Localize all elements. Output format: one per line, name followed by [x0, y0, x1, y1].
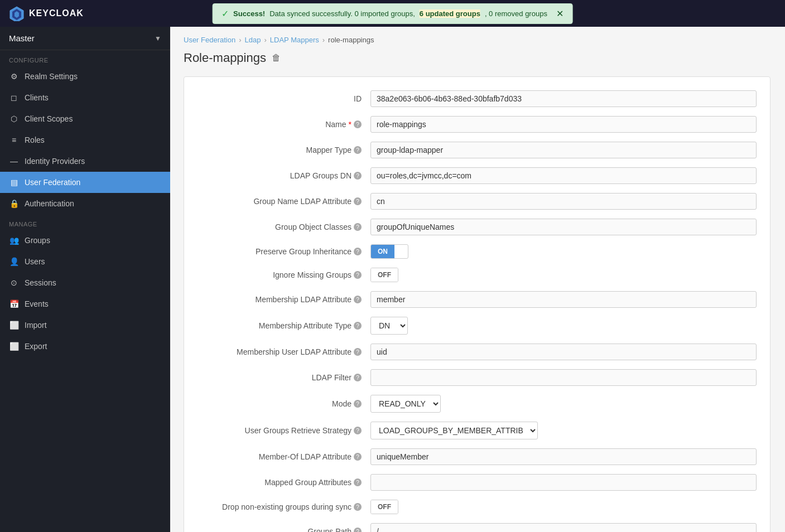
mapper-type-label: Mapper Type ? [198, 146, 370, 154]
mapped-group-attr-input[interactable] [370, 474, 757, 491]
mapper-type-help-icon[interactable]: ? [354, 146, 362, 154]
membership-attr-type-select[interactable]: DN UID [370, 317, 408, 335]
user-federation-icon: ▤ [9, 177, 19, 187]
banner-message-end: , 0 removed groups [485, 9, 547, 18]
realm-dropdown-arrow: ▼ [155, 35, 161, 42]
member-of-ldap-attr-help-icon[interactable]: ? [354, 453, 362, 461]
sidebar-item-label: Export [25, 342, 47, 351]
membership-ldap-attr-help-icon[interactable]: ? [354, 296, 362, 303]
preserve-group-inheritance-label: Preserve Group Inheritance ? [198, 247, 370, 256]
sidebar-item-user-federation[interactable]: ▤ User Federation [0, 172, 170, 193]
user-groups-retrieve-strategy-control: LOAD_GROUPS_BY_MEMBER_ATTRIBUTE GET_GROU… [370, 422, 757, 439]
user-groups-retrieve-strategy-select[interactable]: LOAD_GROUPS_BY_MEMBER_ATTRIBUTE GET_GROU… [370, 422, 538, 439]
toggle-off-label: OFF [371, 500, 398, 514]
preserve-group-inheritance-toggle[interactable]: ON [370, 244, 408, 259]
ldap-groups-dn-row: LDAP Groups DN ? [198, 167, 757, 184]
membership-ldap-attr-input[interactable] [370, 291, 757, 308]
mapped-group-attr-help-icon[interactable]: ? [354, 478, 362, 486]
sidebar-item-export[interactable]: ⬜ Export [0, 336, 170, 357]
ignore-missing-groups-control: OFF [370, 268, 757, 282]
membership-user-ldap-attr-input[interactable] [370, 344, 757, 360]
sidebar-item-import[interactable]: ⬜ Import [0, 315, 170, 336]
mode-control: READ_ONLY LDAP_ONLY IMPORT [370, 395, 757, 413]
close-banner-button[interactable]: ✕ [556, 8, 564, 19]
clients-icon: ◻ [9, 93, 19, 103]
preserve-group-inheritance-row: Preserve Group Inheritance ? ON [198, 244, 757, 259]
banner-message-start: Data synced successfully. 0 imported gro… [269, 9, 415, 18]
delete-icon[interactable]: 🗑 [272, 53, 281, 63]
ldap-filter-help-icon[interactable]: ? [354, 374, 362, 381]
membership-attr-type-help-icon[interactable]: ? [354, 322, 362, 330]
banner-highlighted: 6 updated groups [420, 9, 480, 18]
breadcrumb-current: role-mappings [328, 36, 374, 44]
group-name-ldap-attr-control [370, 193, 757, 210]
mode-help-icon[interactable]: ? [354, 400, 362, 408]
ignore-missing-groups-help-icon[interactable]: ? [354, 271, 362, 279]
name-required: * [349, 120, 351, 129]
groups-path-help-icon[interactable]: ? [354, 528, 362, 532]
group-object-classes-help-icon[interactable]: ? [354, 223, 362, 231]
group-name-ldap-attr-input[interactable] [370, 193, 757, 210]
user-groups-retrieve-strategy-row: User Groups Retrieve Strategy ? LOAD_GRO… [198, 422, 757, 439]
sidebar-item-roles[interactable]: ≡ Roles [0, 129, 170, 151]
sidebar-item-groups[interactable]: 👥 Groups [0, 230, 170, 251]
user-groups-retrieve-strategy-help-icon[interactable]: ? [354, 427, 362, 434]
sidebar-item-label: Import [25, 321, 47, 330]
drop-non-existing-help-icon[interactable]: ? [354, 503, 362, 511]
sidebar-item-events[interactable]: 📅 Events [0, 293, 170, 315]
authentication-icon: 🔒 [9, 199, 19, 209]
events-icon: 📅 [9, 299, 19, 309]
form-container: ID Name * ? [184, 76, 770, 532]
ignore-missing-groups-toggle[interactable]: OFF [370, 268, 398, 282]
group-name-ldap-attr-label: Group Name LDAP Attribute ? [198, 197, 370, 206]
ldap-filter-row: LDAP Filter ? [198, 369, 757, 386]
sidebar-item-sessions[interactable]: ⊙ Sessions [0, 272, 170, 293]
ldap-groups-dn-help-icon[interactable]: ? [354, 172, 362, 180]
sidebar-item-identity-providers[interactable]: — Identity Providers [0, 151, 170, 172]
breadcrumb-ldap-mappers[interactable]: LDAP Mappers [270, 36, 319, 44]
ignore-missing-groups-row: Ignore Missing Groups ? OFF [198, 268, 757, 282]
mapped-group-attr-label: Mapped Group Attributes ? [198, 478, 370, 487]
realm-name: Master [9, 33, 35, 43]
mode-select[interactable]: READ_ONLY LDAP_ONLY IMPORT [370, 395, 441, 413]
membership-user-ldap-attr-label: Membership User LDAP Attribute ? [198, 347, 370, 356]
group-name-ldap-attr-help-icon[interactable]: ? [354, 197, 362, 205]
realm-selector[interactable]: Master ▼ [0, 27, 170, 50]
name-control [370, 116, 757, 133]
breadcrumb-user-federation[interactable]: User Federation [184, 36, 235, 44]
sidebar-item-clients[interactable]: ◻ Clients [0, 87, 170, 108]
content-area: User Federation › Ldap › LDAP Mappers › … [170, 27, 785, 532]
group-object-classes-control [370, 219, 757, 235]
ldap-groups-dn-input[interactable] [370, 167, 757, 184]
sidebar-item-label: Sessions [25, 278, 56, 287]
name-input[interactable] [370, 116, 757, 133]
name-help-icon[interactable]: ? [354, 120, 362, 128]
group-object-classes-input[interactable] [370, 219, 757, 235]
main-layout: Master ▼ Configure ⚙ Realm Settings ◻ Cl… [0, 27, 785, 532]
member-of-ldap-attr-input[interactable] [370, 448, 757, 465]
drop-non-existing-toggle[interactable]: OFF [370, 500, 398, 514]
ldap-groups-dn-control [370, 167, 757, 184]
sidebar-item-label: Events [25, 299, 49, 308]
sidebar-item-users[interactable]: 👤 Users [0, 251, 170, 272]
sidebar-item-label: Groups [25, 236, 50, 245]
groups-path-input[interactable] [370, 523, 757, 532]
mapped-group-attr-control [370, 474, 757, 491]
configure-section-label: Configure [0, 50, 170, 66]
sidebar-item-authentication[interactable]: 🔒 Authentication [0, 193, 170, 214]
sidebar-item-realm-settings[interactable]: ⚙ Realm Settings [0, 66, 170, 87]
roles-icon: ≡ [9, 135, 19, 145]
mapped-group-attr-row: Mapped Group Attributes ? [198, 474, 757, 491]
membership-attr-type-row: Membership Attribute Type ? DN UID [198, 317, 757, 335]
preserve-group-inheritance-help-icon[interactable]: ? [354, 248, 362, 255]
sidebar-item-client-scopes[interactable]: ⬡ Client Scopes [0, 108, 170, 129]
id-input [370, 90, 757, 107]
member-of-ldap-attr-label: Member-Of LDAP Attribute ? [198, 452, 370, 461]
page-title: Role-mappings [184, 51, 266, 65]
breadcrumb-ldap[interactable]: Ldap [245, 36, 261, 44]
ldap-filter-input[interactable] [370, 369, 757, 386]
drop-non-existing-control: OFF [370, 500, 757, 514]
ldap-filter-label: LDAP Filter ? [198, 373, 370, 382]
membership-user-ldap-attr-help-icon[interactable]: ? [354, 348, 362, 356]
user-groups-retrieve-strategy-label: User Groups Retrieve Strategy ? [198, 426, 370, 435]
